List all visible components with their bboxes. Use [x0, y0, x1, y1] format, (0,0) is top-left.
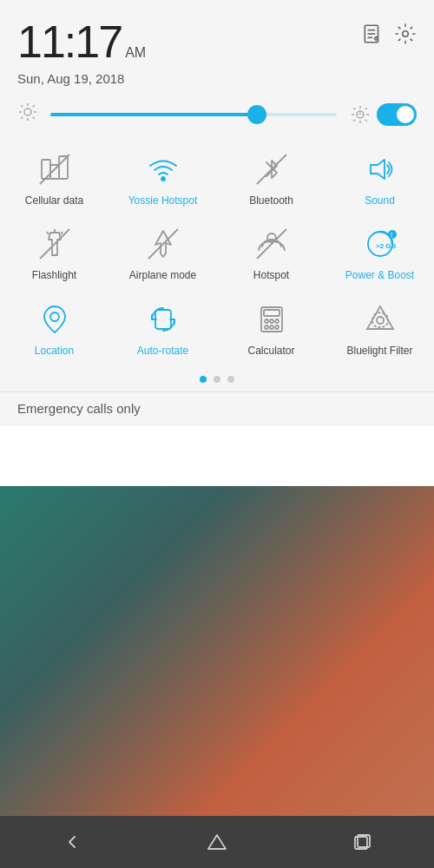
bluetooth-icon	[252, 149, 292, 189]
page-dot-3[interactable]	[227, 376, 234, 383]
airplane-mode-icon	[143, 224, 183, 264]
sound-label: Sound	[365, 194, 395, 207]
svg-point-52	[377, 317, 384, 324]
qs-airplane-mode[interactable]: Airplane mode	[108, 215, 217, 290]
svg-point-49	[265, 326, 268, 329]
cellular-data-icon	[35, 149, 75, 189]
svg-line-33	[47, 232, 49, 234]
qs-yossie-hotspot[interactable]: Yossie Hotspot	[108, 141, 217, 215]
qs-calculator[interactable]: Calculator	[217, 291, 326, 365]
qs-hotspot[interactable]: Hotspot	[217, 215, 326, 290]
quick-settings-panel: 11 : 17 AM	[0, 0, 434, 426]
svg-marker-53	[208, 835, 226, 849]
page-dots	[0, 369, 434, 391]
brightness-row: A	[0, 96, 434, 135]
svg-rect-45	[264, 310, 279, 316]
bluetooth-label: Bluetooth	[249, 194, 293, 207]
svg-point-47	[270, 319, 273, 323]
hotspot-icon	[252, 224, 292, 264]
nav-bar	[0, 816, 434, 868]
time-hours: 11	[17, 19, 64, 64]
svg-marker-30	[371, 160, 385, 179]
svg-line-29	[257, 155, 286, 184]
svg-point-48	[275, 319, 279, 323]
calculator-icon	[252, 299, 292, 339]
svg-point-42	[50, 312, 59, 321]
svg-line-19	[353, 108, 355, 109]
svg-point-5	[24, 108, 31, 115]
calculator-label: Calculator	[247, 345, 294, 357]
qs-bluelight-filter[interactable]: Bluelight Filter	[326, 291, 434, 365]
qs-bluetooth[interactable]: Bluetooth	[217, 141, 326, 215]
svg-text:>2 GB: >2 GB	[376, 242, 397, 250]
qs-power-boost[interactable]: >2 GB ! Power & Boost	[326, 215, 434, 290]
svg-line-11	[33, 117, 35, 119]
svg-line-12	[21, 117, 23, 119]
wallpaper	[0, 486, 434, 816]
svg-line-10	[21, 105, 23, 107]
svg-point-4	[403, 31, 409, 37]
sound-icon	[360, 149, 400, 189]
qs-sound[interactable]: Sound	[326, 141, 434, 215]
svg-point-28	[161, 177, 165, 181]
date-label: Sun, Aug 19, 2018	[0, 71, 434, 96]
qs-cellular-data[interactable]: Cellular data	[0, 141, 108, 215]
qs-location[interactable]: Location	[0, 291, 108, 365]
power-boost-icon: >2 GB !	[360, 224, 400, 264]
svg-point-51	[275, 326, 279, 329]
page-dot-1[interactable]	[200, 376, 207, 383]
auto-brightness-icon: A	[349, 103, 372, 126]
auto-rotate-icon	[143, 299, 183, 339]
bluelight-filter-icon	[360, 299, 400, 339]
svg-point-46	[265, 319, 268, 323]
yossie-hotspot-label: Yossie Hotspot	[128, 194, 198, 207]
notes-icon[interactable]	[361, 23, 384, 49]
qs-auto-rotate[interactable]: Auto-rotate	[108, 291, 217, 365]
svg-point-50	[270, 326, 273, 329]
location-label: Location	[35, 345, 74, 357]
auto-brightness-control: A	[349, 103, 417, 126]
flashlight-icon	[35, 224, 75, 264]
bluelight-filter-label: Bluelight Filter	[346, 345, 412, 357]
time-minutes: 17	[75, 19, 122, 64]
recents-button[interactable]	[346, 826, 378, 858]
back-button[interactable]	[56, 826, 88, 858]
auto-rotate-label: Auto-rotate	[137, 345, 188, 357]
airplane-mode-label: Airplane mode	[129, 269, 196, 281]
svg-line-20	[365, 119, 367, 121]
qs-flashlight[interactable]: Flashlight	[0, 215, 108, 290]
brightness-low-icon	[17, 102, 38, 127]
flashlight-label: Flashlight	[32, 269, 76, 281]
home-button[interactable]	[201, 826, 233, 858]
brightness-fill	[50, 113, 257, 116]
status-bar: 11 : 17 AM	[0, 0, 434, 71]
settings-icon[interactable]	[394, 23, 417, 49]
page-dot-2[interactable]	[214, 376, 220, 383]
svg-line-32	[61, 232, 62, 234]
cellular-data-label: Cellular data	[25, 194, 83, 207]
status-icons	[361, 16, 417, 49]
hotspot-label: Hotspot	[253, 269, 289, 281]
brightness-thumb	[247, 105, 266, 124]
svg-line-13	[33, 105, 35, 107]
power-boost-label: Power & Boost	[345, 269, 414, 281]
svg-text:A: A	[358, 111, 362, 116]
time-block: 11 : 17 AM	[17, 16, 146, 68]
location-icon	[35, 299, 75, 339]
svg-text:!: !	[391, 232, 392, 238]
svg-line-35	[148, 229, 178, 259]
svg-line-22	[365, 108, 367, 109]
svg-rect-43	[155, 310, 171, 329]
svg-line-34	[40, 229, 69, 259]
yossie-hotspot-icon	[143, 149, 183, 189]
brightness-slider[interactable]	[50, 113, 337, 116]
time-ampm: AM	[125, 45, 146, 61]
svg-line-21	[353, 119, 355, 121]
auto-brightness-toggle[interactable]	[377, 103, 417, 126]
quick-settings-grid: Cellular data Yossie Hotspot	[0, 135, 434, 369]
time-colon: :	[64, 16, 75, 68]
emergency-calls-label: Emergency calls only	[0, 391, 434, 426]
